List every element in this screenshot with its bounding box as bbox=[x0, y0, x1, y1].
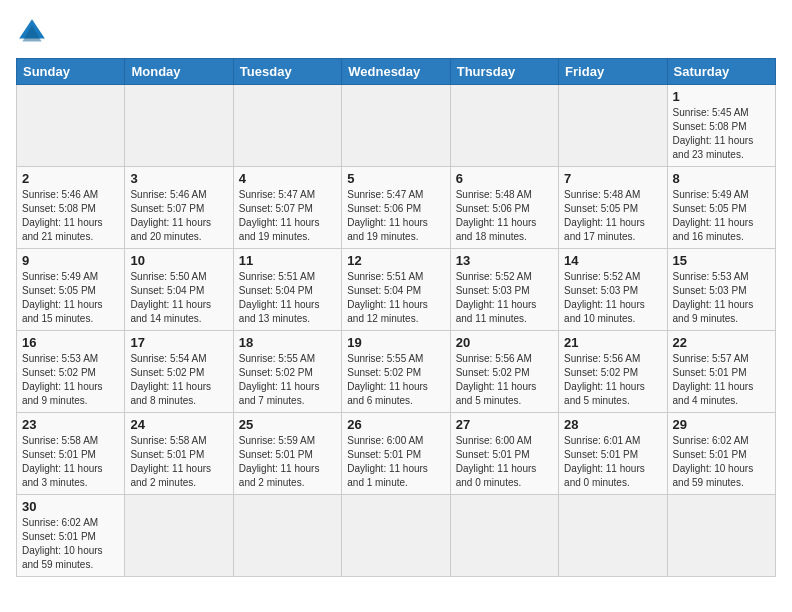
day-info: Sunrise: 5:58 AM Sunset: 5:01 PM Dayligh… bbox=[22, 434, 119, 490]
week-row-4: 16Sunrise: 5:53 AM Sunset: 5:02 PM Dayli… bbox=[17, 331, 776, 413]
day-info: Sunrise: 5:55 AM Sunset: 5:02 PM Dayligh… bbox=[347, 352, 444, 408]
day-cell bbox=[342, 495, 450, 577]
day-cell: 25Sunrise: 5:59 AM Sunset: 5:01 PM Dayli… bbox=[233, 413, 341, 495]
day-cell: 1Sunrise: 5:45 AM Sunset: 5:08 PM Daylig… bbox=[667, 85, 775, 167]
day-info: Sunrise: 5:57 AM Sunset: 5:01 PM Dayligh… bbox=[673, 352, 770, 408]
day-cell: 17Sunrise: 5:54 AM Sunset: 5:02 PM Dayli… bbox=[125, 331, 233, 413]
day-cell bbox=[667, 495, 775, 577]
day-cell: 2Sunrise: 5:46 AM Sunset: 5:08 PM Daylig… bbox=[17, 167, 125, 249]
logo bbox=[16, 16, 52, 48]
day-info: Sunrise: 5:51 AM Sunset: 5:04 PM Dayligh… bbox=[239, 270, 336, 326]
logo-icon bbox=[16, 16, 48, 48]
day-info: Sunrise: 5:47 AM Sunset: 5:06 PM Dayligh… bbox=[347, 188, 444, 244]
day-number: 17 bbox=[130, 335, 227, 350]
day-number: 27 bbox=[456, 417, 553, 432]
day-cell: 16Sunrise: 5:53 AM Sunset: 5:02 PM Dayli… bbox=[17, 331, 125, 413]
day-number: 12 bbox=[347, 253, 444, 268]
day-cell bbox=[17, 85, 125, 167]
day-info: Sunrise: 6:02 AM Sunset: 5:01 PM Dayligh… bbox=[22, 516, 119, 572]
day-info: Sunrise: 5:48 AM Sunset: 5:05 PM Dayligh… bbox=[564, 188, 661, 244]
day-info: Sunrise: 6:01 AM Sunset: 5:01 PM Dayligh… bbox=[564, 434, 661, 490]
day-info: Sunrise: 5:47 AM Sunset: 5:07 PM Dayligh… bbox=[239, 188, 336, 244]
day-cell: 5Sunrise: 5:47 AM Sunset: 5:06 PM Daylig… bbox=[342, 167, 450, 249]
day-cell: 29Sunrise: 6:02 AM Sunset: 5:01 PM Dayli… bbox=[667, 413, 775, 495]
day-info: Sunrise: 5:56 AM Sunset: 5:02 PM Dayligh… bbox=[564, 352, 661, 408]
day-number: 16 bbox=[22, 335, 119, 350]
day-cell: 18Sunrise: 5:55 AM Sunset: 5:02 PM Dayli… bbox=[233, 331, 341, 413]
day-info: Sunrise: 5:53 AM Sunset: 5:03 PM Dayligh… bbox=[673, 270, 770, 326]
day-number: 23 bbox=[22, 417, 119, 432]
day-cell bbox=[342, 85, 450, 167]
day-cell: 7Sunrise: 5:48 AM Sunset: 5:05 PM Daylig… bbox=[559, 167, 667, 249]
day-cell: 15Sunrise: 5:53 AM Sunset: 5:03 PM Dayli… bbox=[667, 249, 775, 331]
day-info: Sunrise: 5:50 AM Sunset: 5:04 PM Dayligh… bbox=[130, 270, 227, 326]
day-number: 18 bbox=[239, 335, 336, 350]
day-info: Sunrise: 5:58 AM Sunset: 5:01 PM Dayligh… bbox=[130, 434, 227, 490]
day-info: Sunrise: 5:59 AM Sunset: 5:01 PM Dayligh… bbox=[239, 434, 336, 490]
day-cell: 3Sunrise: 5:46 AM Sunset: 5:07 PM Daylig… bbox=[125, 167, 233, 249]
day-number: 19 bbox=[347, 335, 444, 350]
day-cell: 27Sunrise: 6:00 AM Sunset: 5:01 PM Dayli… bbox=[450, 413, 558, 495]
day-info: Sunrise: 5:48 AM Sunset: 5:06 PM Dayligh… bbox=[456, 188, 553, 244]
day-number: 20 bbox=[456, 335, 553, 350]
day-cell: 22Sunrise: 5:57 AM Sunset: 5:01 PM Dayli… bbox=[667, 331, 775, 413]
day-cell: 4Sunrise: 5:47 AM Sunset: 5:07 PM Daylig… bbox=[233, 167, 341, 249]
day-number: 28 bbox=[564, 417, 661, 432]
header-wednesday: Wednesday bbox=[342, 59, 450, 85]
day-number: 10 bbox=[130, 253, 227, 268]
day-info: Sunrise: 5:52 AM Sunset: 5:03 PM Dayligh… bbox=[456, 270, 553, 326]
day-number: 3 bbox=[130, 171, 227, 186]
day-info: Sunrise: 5:55 AM Sunset: 5:02 PM Dayligh… bbox=[239, 352, 336, 408]
day-number: 29 bbox=[673, 417, 770, 432]
day-cell: 23Sunrise: 5:58 AM Sunset: 5:01 PM Dayli… bbox=[17, 413, 125, 495]
day-number: 4 bbox=[239, 171, 336, 186]
day-info: Sunrise: 5:49 AM Sunset: 5:05 PM Dayligh… bbox=[22, 270, 119, 326]
day-number: 9 bbox=[22, 253, 119, 268]
header-friday: Friday bbox=[559, 59, 667, 85]
header-tuesday: Tuesday bbox=[233, 59, 341, 85]
day-info: Sunrise: 6:00 AM Sunset: 5:01 PM Dayligh… bbox=[347, 434, 444, 490]
day-cell bbox=[450, 495, 558, 577]
day-info: Sunrise: 5:52 AM Sunset: 5:03 PM Dayligh… bbox=[564, 270, 661, 326]
day-cell: 6Sunrise: 5:48 AM Sunset: 5:06 PM Daylig… bbox=[450, 167, 558, 249]
day-number: 21 bbox=[564, 335, 661, 350]
day-number: 30 bbox=[22, 499, 119, 514]
day-info: Sunrise: 5:46 AM Sunset: 5:07 PM Dayligh… bbox=[130, 188, 227, 244]
week-row-5: 23Sunrise: 5:58 AM Sunset: 5:01 PM Dayli… bbox=[17, 413, 776, 495]
header-thursday: Thursday bbox=[450, 59, 558, 85]
day-cell bbox=[559, 85, 667, 167]
day-cell bbox=[450, 85, 558, 167]
day-cell: 8Sunrise: 5:49 AM Sunset: 5:05 PM Daylig… bbox=[667, 167, 775, 249]
day-cell: 28Sunrise: 6:01 AM Sunset: 5:01 PM Dayli… bbox=[559, 413, 667, 495]
header-saturday: Saturday bbox=[667, 59, 775, 85]
day-cell: 14Sunrise: 5:52 AM Sunset: 5:03 PM Dayli… bbox=[559, 249, 667, 331]
day-info: Sunrise: 6:02 AM Sunset: 5:01 PM Dayligh… bbox=[673, 434, 770, 490]
day-cell: 10Sunrise: 5:50 AM Sunset: 5:04 PM Dayli… bbox=[125, 249, 233, 331]
week-row-6: 30Sunrise: 6:02 AM Sunset: 5:01 PM Dayli… bbox=[17, 495, 776, 577]
day-info: Sunrise: 5:46 AM Sunset: 5:08 PM Dayligh… bbox=[22, 188, 119, 244]
day-info: Sunrise: 5:56 AM Sunset: 5:02 PM Dayligh… bbox=[456, 352, 553, 408]
day-info: Sunrise: 5:51 AM Sunset: 5:04 PM Dayligh… bbox=[347, 270, 444, 326]
day-number: 24 bbox=[130, 417, 227, 432]
day-info: Sunrise: 5:54 AM Sunset: 5:02 PM Dayligh… bbox=[130, 352, 227, 408]
week-row-1: 1Sunrise: 5:45 AM Sunset: 5:08 PM Daylig… bbox=[17, 85, 776, 167]
day-info: Sunrise: 5:53 AM Sunset: 5:02 PM Dayligh… bbox=[22, 352, 119, 408]
calendar: SundayMondayTuesdayWednesdayThursdayFrid… bbox=[16, 58, 776, 577]
day-cell bbox=[233, 495, 341, 577]
day-cell: 24Sunrise: 5:58 AM Sunset: 5:01 PM Dayli… bbox=[125, 413, 233, 495]
day-cell: 30Sunrise: 6:02 AM Sunset: 5:01 PM Dayli… bbox=[17, 495, 125, 577]
header-monday: Monday bbox=[125, 59, 233, 85]
day-number: 5 bbox=[347, 171, 444, 186]
calendar-header-row: SundayMondayTuesdayWednesdayThursdayFrid… bbox=[17, 59, 776, 85]
day-number: 22 bbox=[673, 335, 770, 350]
header bbox=[16, 16, 776, 48]
day-number: 13 bbox=[456, 253, 553, 268]
day-cell: 13Sunrise: 5:52 AM Sunset: 5:03 PM Dayli… bbox=[450, 249, 558, 331]
day-info: Sunrise: 5:45 AM Sunset: 5:08 PM Dayligh… bbox=[673, 106, 770, 162]
day-cell: 12Sunrise: 5:51 AM Sunset: 5:04 PM Dayli… bbox=[342, 249, 450, 331]
day-number: 2 bbox=[22, 171, 119, 186]
day-number: 7 bbox=[564, 171, 661, 186]
day-number: 1 bbox=[673, 89, 770, 104]
day-number: 14 bbox=[564, 253, 661, 268]
week-row-3: 9Sunrise: 5:49 AM Sunset: 5:05 PM Daylig… bbox=[17, 249, 776, 331]
